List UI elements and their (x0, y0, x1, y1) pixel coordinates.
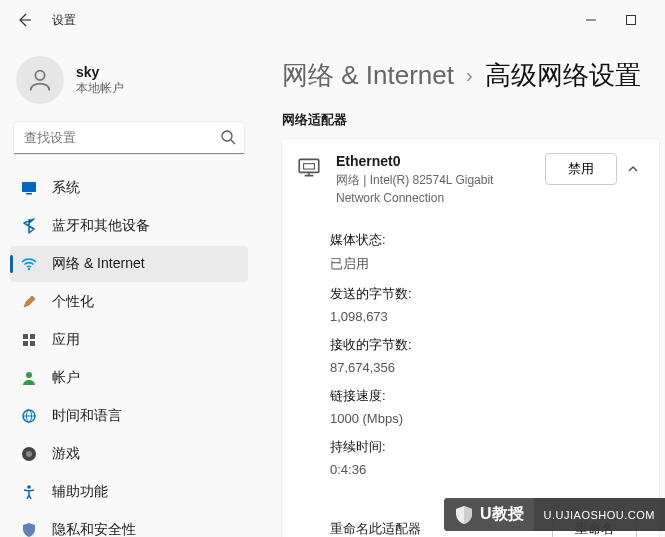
shield-icon (20, 521, 38, 537)
breadcrumb-parent[interactable]: 网络 & Internet (282, 58, 454, 93)
shield-logo-icon (454, 505, 474, 525)
sidebar-item-label: 游戏 (52, 445, 80, 463)
apps-icon (20, 331, 38, 349)
media-status-label: 媒体状态: (330, 231, 645, 249)
minimize-button[interactable] (577, 6, 605, 34)
search-icon (220, 129, 236, 145)
maximize-icon (625, 14, 637, 26)
watermark-badge: U教授 (444, 498, 534, 531)
wifi-icon (20, 255, 38, 273)
sidebar-item-label: 隐私和安全性 (52, 521, 136, 537)
svg-rect-16 (299, 159, 319, 172)
svg-point-5 (28, 268, 30, 270)
svg-rect-9 (30, 341, 35, 346)
recv-bytes-value: 87,674,356 (330, 360, 645, 375)
link-speed-label: 链接速度: (330, 387, 645, 405)
sidebar-item-label: 时间和语言 (52, 407, 122, 425)
maximize-button[interactable] (617, 6, 645, 34)
breadcrumb-current: 高级网络设置 (485, 58, 641, 93)
accessibility-icon (20, 483, 38, 501)
sidebar-item-privacy[interactable]: 隐私和安全性 (10, 512, 248, 537)
sidebar-item-label: 蓝牙和其他设备 (52, 217, 150, 235)
svg-point-10 (26, 372, 32, 378)
sidebar-item-accounts[interactable]: 帐户 (10, 360, 248, 396)
chevron-up-icon (626, 162, 640, 176)
sidebar-item-personalize[interactable]: 个性化 (10, 284, 248, 320)
titlebar: 设置 (0, 0, 665, 40)
duration-value: 0:4:36 (330, 462, 645, 477)
disable-button[interactable]: 禁用 (545, 153, 617, 185)
adapter-card: Ethernet0 网络 | Intel(R) 82574L Gigabit N… (282, 139, 659, 537)
section-adapters-heading: 网络适配器 (282, 111, 665, 129)
svg-rect-0 (627, 16, 636, 25)
svg-point-1 (35, 71, 44, 80)
sidebar-item-label: 个性化 (52, 293, 94, 311)
sent-bytes-value: 1,098,673 (330, 309, 645, 324)
watermark-url: U.UJIAOSHOU.COM (534, 503, 665, 527)
sidebar-item-label: 辅助功能 (52, 483, 108, 501)
ethernet-icon (296, 155, 322, 181)
collapse-button[interactable] (621, 154, 645, 184)
search-input[interactable] (14, 122, 244, 154)
minimize-icon (585, 14, 597, 26)
avatar (16, 56, 64, 104)
adapter-desc: 网络 | Intel(R) 82574L Gigabit Network Con… (336, 171, 531, 207)
adapter-details: 媒体状态: 已启用 发送的字节数: 1,098,673 接收的字节数: 87,6… (330, 231, 645, 483)
sidebar-item-label: 帐户 (52, 369, 80, 387)
sidebar-item-bluetooth[interactable]: 蓝牙和其他设备 (10, 208, 248, 244)
person-icon (26, 66, 54, 94)
sidebar: sky 本地帐户 系统 蓝牙和其他设备 网络 & Internet (0, 40, 254, 537)
breadcrumb: 网络 & Internet › 高级网络设置 (282, 58, 665, 93)
nav: 系统 蓝牙和其他设备 网络 & Internet 个性化 应用 帐户 (10, 170, 248, 537)
search-box[interactable] (14, 122, 244, 154)
back-button[interactable] (8, 4, 40, 36)
sidebar-item-time[interactable]: 时间和语言 (10, 398, 248, 434)
svg-rect-3 (22, 182, 36, 192)
media-status-value: 已启用 (330, 255, 645, 273)
recv-bytes-label: 接收的字节数: (330, 336, 645, 354)
sidebar-item-label: 应用 (52, 331, 80, 349)
duration-label: 持续时间: (330, 438, 645, 456)
sidebar-item-label: 系统 (52, 179, 80, 197)
user-name: sky (76, 64, 124, 80)
system-icon (20, 179, 38, 197)
svg-point-2 (222, 131, 232, 141)
globe-icon (20, 407, 38, 425)
gaming-icon (20, 445, 38, 463)
window-title: 设置 (52, 12, 76, 29)
bluetooth-icon (20, 217, 38, 235)
adapter-name: Ethernet0 (336, 153, 531, 169)
user-block[interactable]: sky 本地帐户 (10, 48, 248, 122)
svg-rect-7 (30, 334, 35, 339)
sidebar-item-system[interactable]: 系统 (10, 170, 248, 206)
svg-rect-4 (26, 193, 32, 195)
svg-rect-6 (23, 334, 28, 339)
arrow-left-icon (16, 12, 32, 28)
sidebar-item-label: 网络 & Internet (52, 255, 145, 273)
svg-point-14 (26, 451, 32, 457)
svg-rect-8 (23, 341, 28, 346)
sidebar-item-apps[interactable]: 应用 (10, 322, 248, 358)
account-icon (20, 369, 38, 387)
sidebar-item-gaming[interactable]: 游戏 (10, 436, 248, 472)
sidebar-item-network[interactable]: 网络 & Internet (10, 246, 248, 282)
sidebar-item-accessibility[interactable]: 辅助功能 (10, 474, 248, 510)
content: 网络 & Internet › 高级网络设置 网络适配器 Ethernet0 网… (254, 40, 665, 537)
sent-bytes-label: 发送的字节数: (330, 285, 645, 303)
link-speed-value: 1000 (Mbps) (330, 411, 645, 426)
svg-point-15 (27, 485, 31, 489)
rename-label: 重命名此适配器 (330, 520, 421, 537)
brush-icon (20, 293, 38, 311)
chevron-right-icon: › (466, 64, 473, 87)
user-account-type: 本地帐户 (76, 80, 124, 97)
svg-rect-17 (304, 164, 315, 169)
watermark: U教授 U.UJIAOSHOU.COM (444, 498, 665, 531)
